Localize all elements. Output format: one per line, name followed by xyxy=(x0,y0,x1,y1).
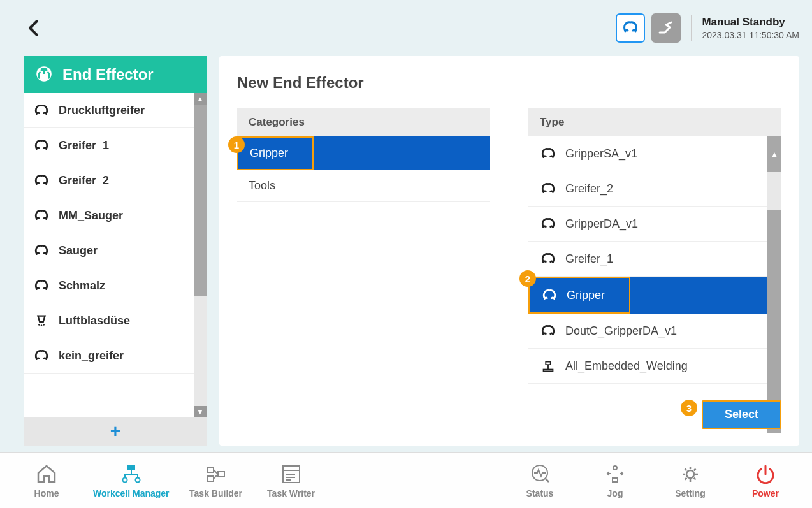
category-label: Gripper xyxy=(250,147,288,160)
footer-nav: HomeWorkcell ManagerTask BuilderTask Wri… xyxy=(0,452,812,508)
sidebar-item-label: Sauger xyxy=(59,244,98,258)
type-label: Gripper xyxy=(567,289,605,302)
gripper-icon xyxy=(33,172,50,189)
sidebar-item-label: Greifer_1 xyxy=(59,139,109,152)
gripper-icon xyxy=(33,277,50,294)
sidebar-item-label: Greifer_2 xyxy=(59,174,109,187)
sidebar-item-label: Schmalz xyxy=(59,279,105,293)
badge-3: 3 xyxy=(681,400,697,416)
type-label: Greifer_1 xyxy=(565,252,613,266)
type-item[interactable]: GripperDA_v1 xyxy=(528,207,767,242)
nav-label: Power xyxy=(752,488,779,498)
sidebar-item[interactable]: Schmalz xyxy=(24,268,194,303)
type-label: Greifer_2 xyxy=(565,182,613,196)
main-panel: New End Effector 1 Categories GripperToo… xyxy=(219,56,799,446)
sidebar-item[interactable]: kein_greifer xyxy=(24,338,194,374)
taskbuilder-icon xyxy=(205,463,228,486)
badge-1: 1 xyxy=(228,136,245,153)
sidebar-item[interactable]: Greifer_2 xyxy=(24,163,194,198)
nav-setting[interactable]: Setting xyxy=(662,463,719,498)
sidebar-item[interactable]: Luftblasdüse xyxy=(24,303,194,338)
nav-label: Status xyxy=(526,488,554,498)
add-icon: + xyxy=(110,421,120,442)
nav-taskbuilder[interactable]: Task Builder xyxy=(187,463,245,498)
sidebar-item-label: Druckluftgreifer xyxy=(59,104,145,117)
nav-label: Setting xyxy=(675,488,705,498)
type-item[interactable]: GripperSA_v1 xyxy=(528,136,767,171)
sidebar-item[interactable]: MM_Sauger xyxy=(24,198,194,233)
gripper-icon xyxy=(33,137,50,154)
sidebar-item-label: Luftblasdüse xyxy=(59,314,130,328)
type-label: DoutC_GripperDA_v1 xyxy=(565,324,677,338)
gripper-icon xyxy=(541,287,558,303)
home-icon xyxy=(35,463,58,486)
sidebar-item[interactable]: Druckluftgreifer xyxy=(24,93,194,128)
sidebar-item[interactable]: Sauger xyxy=(24,233,194,268)
robot-mode-icon[interactable] xyxy=(651,13,681,43)
nav-workcell[interactable]: Workcell Manager xyxy=(93,463,170,498)
back-button[interactable] xyxy=(25,19,41,37)
type-label: GripperSA_v1 xyxy=(565,147,637,161)
gripper-icon xyxy=(540,215,556,232)
type-scrollbar[interactable]: ▲ ▼ xyxy=(767,136,781,433)
scroll-thumb[interactable] xyxy=(767,210,781,397)
status-text: Manual Standby 2023.03.31 11:50:30 AM xyxy=(702,15,799,41)
scroll-up-icon[interactable]: ▲ xyxy=(194,93,207,105)
type-item[interactable]: DoutC_GripperDA_v1 xyxy=(528,314,767,349)
jog-icon xyxy=(604,463,627,486)
taskwriter-icon xyxy=(280,463,303,486)
weld-icon xyxy=(540,358,556,374)
nav-power[interactable]: Power xyxy=(737,463,794,498)
nav-label: Task Builder xyxy=(189,488,242,498)
nav-label: Task Writer xyxy=(267,488,315,498)
gripper-icon xyxy=(540,145,556,162)
workcell-icon xyxy=(120,463,143,486)
scroll-up-icon[interactable]: ▲ xyxy=(767,136,781,172)
power-icon xyxy=(754,463,777,486)
type-item[interactable]: All_Embedded_Welding xyxy=(528,349,767,384)
end-effector-icon xyxy=(34,65,54,84)
gripper-icon xyxy=(33,207,50,224)
gripper-icon xyxy=(33,242,50,259)
sidebar-item-label: MM_Sauger xyxy=(59,209,123,222)
gripper-icon xyxy=(540,323,556,339)
gripper-mode-icon[interactable] xyxy=(616,13,645,43)
nav-label: Workcell Manager xyxy=(93,488,170,498)
categories-header: Categories xyxy=(237,108,490,136)
header: Manual Standby 2023.03.31 11:50:30 AM xyxy=(0,0,812,56)
status-mode: Manual Standby xyxy=(702,15,799,29)
page-title: New End Effector xyxy=(237,74,781,92)
scroll-down-icon[interactable]: ▼ xyxy=(194,406,207,417)
nav-home[interactable]: Home xyxy=(18,463,75,498)
sidebar-header: End Effector xyxy=(24,56,207,93)
sidebar-item-label: kein_greifer xyxy=(59,349,124,363)
sidebar-scrollbar[interactable]: ▲ ▼ xyxy=(194,93,207,417)
sidebar: End Effector DruckluftgreiferGreifer_1Gr… xyxy=(24,56,207,446)
nav-status[interactable]: Status xyxy=(511,463,569,498)
badge-2: 2 xyxy=(519,270,536,287)
type-label: GripperDA_v1 xyxy=(565,217,638,231)
select-button[interactable]: Select xyxy=(702,400,781,429)
type-item[interactable]: Greifer_2 xyxy=(528,171,767,207)
gripper-icon xyxy=(33,102,50,119)
nav-label: Jog xyxy=(607,488,623,498)
gripper-icon xyxy=(33,347,50,364)
nav-label: Home xyxy=(34,488,59,498)
gripper-icon xyxy=(540,250,556,267)
sidebar-item[interactable]: Greifer_1 xyxy=(24,128,194,163)
type-item[interactable]: Gripper xyxy=(528,277,630,314)
status-icon xyxy=(528,463,551,486)
scroll-thumb[interactable] xyxy=(194,105,207,296)
category-item[interactable]: Gripper xyxy=(237,136,314,170)
divider xyxy=(691,15,692,41)
category-item[interactable]: Tools xyxy=(237,170,490,202)
gripper-icon xyxy=(540,180,556,197)
nozzle-icon xyxy=(33,312,50,329)
status-time: 2023.03.31 11:50:30 AM xyxy=(702,29,799,41)
type-label: All_Embedded_Welding xyxy=(565,359,688,373)
nav-jog[interactable]: Jog xyxy=(586,463,644,498)
nav-taskwriter[interactable]: Task Writer xyxy=(263,463,320,498)
type-item[interactable]: Greifer_1 xyxy=(528,242,767,277)
setting-icon xyxy=(679,463,702,486)
add-button[interactable]: + xyxy=(24,417,207,446)
